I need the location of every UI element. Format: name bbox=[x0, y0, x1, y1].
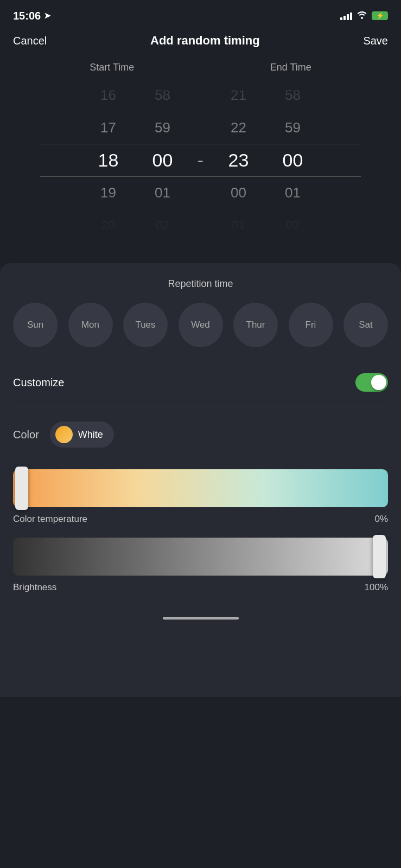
time-display: 15:06 bbox=[13, 10, 41, 22]
brightness-slider-section: Brightness 100% bbox=[13, 538, 388, 593]
day-button-mon[interactable]: Mon bbox=[68, 303, 113, 347]
customize-row: Customize bbox=[13, 365, 388, 400]
start-minute-item: 00 bbox=[136, 144, 190, 176]
day-button-sat[interactable]: Sat bbox=[343, 303, 388, 347]
location-icon: ➤ bbox=[44, 11, 51, 21]
end-minute-item: 01 bbox=[266, 176, 320, 209]
color-temperature-label: Color temperature bbox=[13, 514, 87, 525]
end-hour-item: 01 bbox=[212, 209, 266, 241]
brightness-handle[interactable] bbox=[373, 535, 386, 578]
brightness-label: Brightness bbox=[13, 582, 56, 593]
day-buttons: Sun Mon Tues Wed Thur Fri Sat bbox=[13, 303, 388, 347]
start-hour-item: 19 bbox=[81, 176, 136, 209]
home-bar bbox=[163, 617, 239, 620]
time-picker[interactable]: 15 16 17 18 19 20 21 57 58 59 00 01 02 0… bbox=[0, 79, 401, 241]
start-minute-item: 58 bbox=[136, 79, 190, 111]
divider bbox=[13, 406, 388, 406]
color-temperature-slider-section: Color temperature 0% bbox=[13, 469, 388, 525]
page-title: Add random timing bbox=[150, 34, 260, 48]
end-time-label: End Time bbox=[270, 62, 311, 73]
end-hour-item: 00 bbox=[212, 176, 266, 209]
color-temperature-handle[interactable] bbox=[15, 467, 28, 510]
start-hour-column[interactable]: 15 16 17 18 19 20 21 bbox=[81, 79, 136, 241]
brightness-track[interactable] bbox=[13, 538, 388, 576]
toggle-knob bbox=[371, 375, 386, 390]
day-button-sun[interactable]: Sun bbox=[13, 303, 58, 347]
end-hour-item: 22 bbox=[212, 111, 266, 144]
nav-bar: Cancel Add random timing Save bbox=[0, 29, 401, 56]
status-icons: ⚡ bbox=[340, 10, 388, 21]
start-hour-item: 18 bbox=[81, 144, 136, 176]
signal-icon bbox=[340, 11, 352, 20]
end-minute-item: 58 bbox=[266, 79, 320, 111]
start-time-label: Start Time bbox=[90, 62, 134, 73]
day-button-thur[interactable]: Thur bbox=[233, 303, 278, 347]
end-minute-item: 02 bbox=[266, 209, 320, 241]
color-temperature-value: 0% bbox=[374, 514, 388, 525]
cancel-button[interactable]: Cancel bbox=[13, 35, 47, 47]
end-minute-item: 59 bbox=[266, 111, 320, 144]
end-hour-item: 23 bbox=[212, 144, 266, 176]
color-label: Color bbox=[13, 429, 39, 441]
color-swatch bbox=[55, 426, 73, 443]
day-button-wed[interactable]: Wed bbox=[179, 303, 223, 347]
end-hour-item: 21 bbox=[212, 79, 266, 111]
end-hour-column[interactable]: 20 21 22 23 00 01 02 bbox=[212, 79, 266, 241]
color-temperature-info: Color temperature 0% bbox=[13, 514, 388, 525]
day-button-fri[interactable]: Fri bbox=[289, 303, 333, 347]
start-minute-item: 02 bbox=[136, 209, 190, 241]
brightness-info: Brightness 100% bbox=[13, 582, 388, 593]
customize-label: Customize bbox=[13, 376, 64, 389]
battery-bolt-icon: ⚡ bbox=[376, 12, 384, 20]
time-picker-section: Start Time End Time 15 16 17 18 19 20 21… bbox=[0, 56, 401, 247]
end-minute-column[interactable]: 57 58 59 00 01 02 03 bbox=[266, 79, 320, 241]
start-hour-item: 20 bbox=[81, 209, 136, 241]
battery-icon: ⚡ bbox=[372, 11, 388, 20]
color-row: Color White bbox=[13, 417, 388, 452]
color-name: White bbox=[78, 429, 103, 441]
start-hour-item: 17 bbox=[81, 111, 136, 144]
save-button[interactable]: Save bbox=[363, 35, 388, 47]
time-headers: Start Time End Time bbox=[0, 62, 401, 73]
start-minute-column[interactable]: 57 58 59 00 01 02 03 bbox=[136, 79, 190, 241]
wifi-icon bbox=[357, 10, 367, 21]
repetition-title: Repetition time bbox=[13, 278, 388, 290]
end-minute-item: 00 bbox=[266, 144, 320, 176]
start-hour-item: 16 bbox=[81, 79, 136, 111]
color-pill[interactable]: White bbox=[50, 422, 114, 448]
status-time: 15:06 ➤ bbox=[13, 10, 51, 22]
status-bar: 15:06 ➤ ⚡ bbox=[0, 0, 401, 29]
time-separator: - bbox=[190, 79, 212, 241]
day-button-tues[interactable]: Tues bbox=[123, 303, 168, 347]
start-minute-item: 01 bbox=[136, 176, 190, 209]
customize-toggle[interactable] bbox=[355, 373, 388, 392]
brightness-value: 100% bbox=[365, 582, 388, 593]
color-temperature-track[interactable] bbox=[13, 469, 388, 507]
home-indicator bbox=[13, 606, 388, 626]
bottom-panel: Repetition time Sun Mon Tues Wed Thur Fr… bbox=[0, 263, 401, 697]
start-minute-item: 59 bbox=[136, 111, 190, 144]
